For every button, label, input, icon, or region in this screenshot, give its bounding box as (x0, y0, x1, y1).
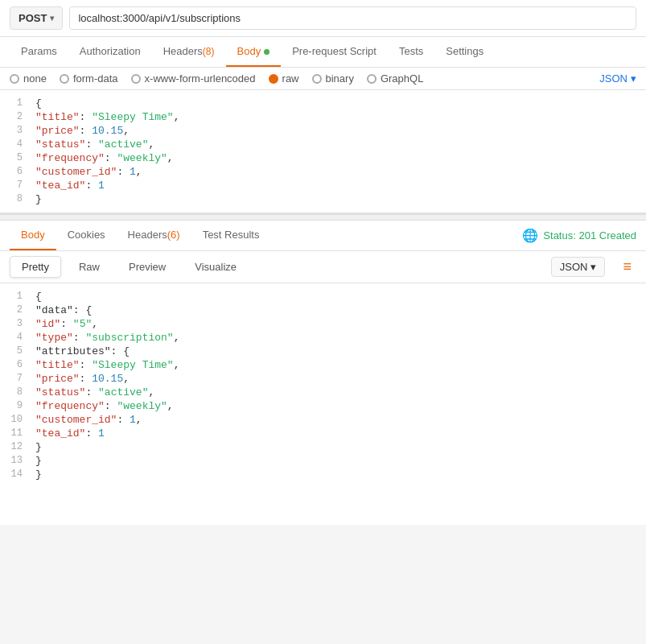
response-body: 1{2 "data": {3 "id": "5",4 "type": "subs… (0, 283, 646, 525)
radio-urlencoded (131, 74, 141, 84)
line-content: "status": "active", (32, 138, 646, 151)
line-number: 1 (0, 97, 32, 109)
line-content: } (32, 455, 646, 467)
code-line: 4 "status": "active", (0, 138, 646, 151)
line-content: "tea_id": 1 (32, 180, 646, 192)
method-select[interactable]: POST ▾ (10, 6, 63, 30)
line-content: { (32, 291, 646, 303)
line-content: "customer_id": 1, (32, 166, 646, 178)
response-tab-testresults[interactable]: Test Results (191, 221, 271, 250)
line-content: "title": "Sleepy Time", (32, 111, 646, 123)
code-line: 1{ (0, 290, 646, 303)
line-content: } (32, 469, 646, 481)
line-number: 7 (0, 373, 32, 384)
tab-params[interactable]: Params (10, 37, 68, 67)
format-visualize-btn[interactable]: Visualize (183, 257, 248, 277)
response-tab-cookies[interactable]: Cookies (56, 221, 117, 250)
line-content: "type": "subscription", (32, 332, 646, 344)
code-line: 5 "frequency": "weekly", (0, 151, 646, 165)
code-line: 8} (0, 192, 646, 206)
code-line: 11 "tea_id": 1 (0, 427, 646, 440)
tab-prerequest[interactable]: Pre-request Script (281, 37, 388, 67)
line-content: "status": "active", (32, 386, 646, 398)
tab-tests[interactable]: Tests (388, 37, 434, 67)
line-number: 12 (0, 441, 32, 452)
tab-body[interactable]: Body (226, 37, 282, 67)
method-label: POST (19, 12, 47, 24)
format-pretty-btn[interactable]: Pretty (10, 256, 61, 278)
url-input[interactable] (69, 6, 636, 30)
code-line: 3 "price": 10.15, (0, 124, 646, 138)
response-format-select[interactable]: JSON ▾ (551, 257, 606, 277)
line-number: 7 (0, 180, 32, 191)
response-json-chevron-icon: ▾ (590, 261, 596, 273)
radio-form-data (60, 74, 69, 84)
line-number: 11 (0, 427, 32, 439)
code-line: 14} (0, 468, 646, 481)
body-type-binary[interactable]: binary (312, 72, 354, 85)
line-content: "title": "Sleepy Time", (32, 359, 646, 371)
line-content: "tea_id": 1 (32, 427, 646, 440)
line-content: "id": "5", (32, 318, 646, 330)
line-content: "frequency": "weekly", (32, 152, 646, 164)
body-type-urlencoded[interactable]: x-www-form-urlencoded (131, 72, 256, 85)
response-tab-headers[interactable]: Headers(6) (117, 221, 191, 250)
line-content: "customer_id": 1, (32, 414, 646, 426)
wrap-button[interactable]: ≡ (618, 257, 636, 277)
line-number: 3 (0, 125, 32, 136)
code-line: 2 "data": { (0, 303, 646, 317)
line-number: 9 (0, 400, 32, 411)
code-line: 2 "title": "Sleepy Time", (0, 110, 646, 124)
code-line: 6 "customer_id": 1, (0, 165, 646, 179)
code-line: 5 "attributes": { (0, 345, 646, 358)
line-number: 1 (0, 291, 32, 302)
radio-none (10, 74, 19, 84)
code-line: 13 } (0, 454, 646, 468)
line-content: "price": 10.15, (32, 373, 646, 385)
line-content: "frequency": "weekly", (32, 400, 646, 412)
line-number: 8 (0, 386, 32, 398)
body-type-graphql[interactable]: GraphQL (367, 72, 423, 85)
tab-authorization[interactable]: Authorization (68, 37, 152, 67)
line-number: 5 (0, 152, 32, 163)
line-number: 8 (0, 193, 32, 204)
code-line: 10 "customer_id": 1, (0, 413, 646, 427)
line-number: 2 (0, 111, 32, 122)
line-number: 4 (0, 138, 32, 150)
line-number: 3 (0, 318, 32, 329)
body-type-raw[interactable]: raw (269, 72, 299, 85)
body-type-none[interactable]: none (10, 72, 47, 85)
format-preview-btn[interactable]: Preview (117, 257, 177, 277)
code-line: 8 "status": "active", (0, 386, 646, 399)
line-number: 6 (0, 166, 32, 177)
radio-graphql (367, 74, 376, 84)
json-chevron-icon: ▾ (631, 72, 636, 85)
body-format-json[interactable]: JSON ▾ (599, 72, 636, 85)
radio-binary (312, 74, 322, 84)
tab-settings[interactable]: Settings (434, 37, 495, 67)
line-number: 10 (0, 414, 32, 425)
code-line: 4 "type": "subscription", (0, 331, 646, 345)
line-content: "attributes": { (32, 345, 646, 357)
url-bar: POST ▾ (0, 0, 646, 37)
method-chevron-icon: ▾ (50, 14, 54, 23)
line-content: } (32, 193, 646, 205)
code-line: 3 "id": "5", (0, 317, 646, 331)
line-content: "data": { (32, 304, 646, 316)
code-line: 6 "title": "Sleepy Time", (0, 358, 646, 372)
globe-icon: 🌐 (522, 228, 538, 243)
response-tab-body[interactable]: Body (10, 221, 56, 250)
code-line: 7 "tea_id": 1 (0, 179, 646, 192)
line-content: { (32, 97, 646, 109)
format-raw-btn[interactable]: Raw (68, 257, 111, 277)
request-tabs-bar: Params Authorization Headers(8) Body Pre… (0, 37, 646, 68)
code-line: 12 } (0, 440, 646, 454)
response-tabs-bar: Body Cookies Headers(6) Test Results 🌐 S… (0, 221, 646, 251)
status-badge: 🌐 Status: 201 Created (522, 228, 636, 243)
line-number: 4 (0, 332, 32, 343)
body-type-form-data[interactable]: form-data (60, 72, 118, 85)
radio-raw (269, 74, 278, 84)
tab-headers[interactable]: Headers(8) (152, 37, 226, 67)
line-number: 14 (0, 469, 32, 480)
request-editor[interactable]: 1{2 "title": "Sleepy Time",3 "price": 10… (0, 90, 646, 214)
